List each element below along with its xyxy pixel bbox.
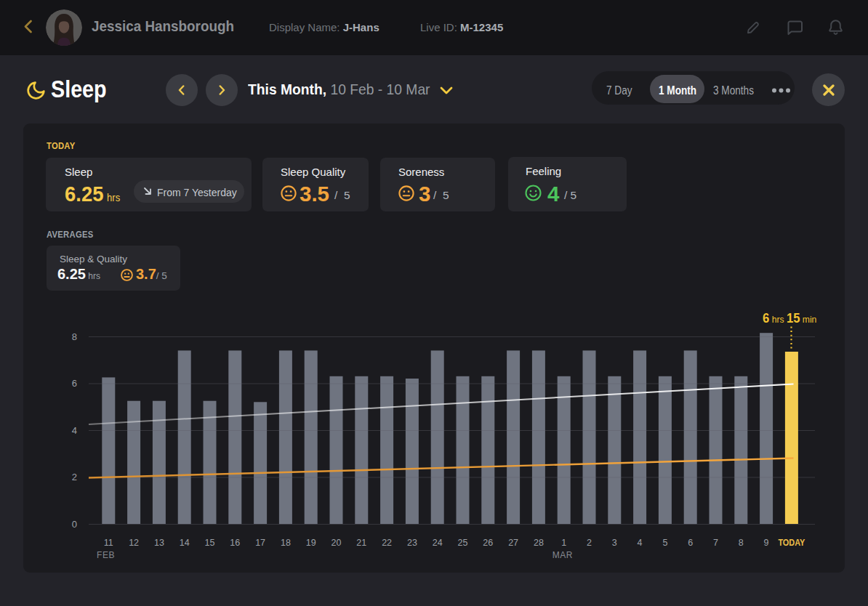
svg-text:4: 4 (72, 425, 77, 436)
svg-text:8: 8 (72, 331, 77, 342)
svg-text:23: 23 (407, 538, 417, 548)
svg-text:19: 19 (306, 538, 316, 548)
svg-text:5: 5 (662, 538, 667, 548)
svg-text:26: 26 (483, 538, 493, 548)
svg-text:22: 22 (382, 538, 392, 548)
svg-text:2: 2 (587, 538, 592, 548)
svg-text:6: 6 (688, 538, 693, 548)
svg-text:4: 4 (638, 538, 643, 548)
svg-text:16: 16 (230, 538, 240, 548)
svg-text:25: 25 (458, 538, 468, 548)
svg-text:1: 1 (561, 538, 566, 548)
svg-text:8: 8 (739, 538, 744, 548)
svg-text:3: 3 (612, 538, 617, 548)
svg-text:21: 21 (356, 538, 366, 548)
svg-text:18: 18 (281, 538, 291, 548)
svg-text:0: 0 (72, 519, 77, 530)
svg-text:27: 27 (508, 538, 518, 548)
svg-text:6: 6 (72, 378, 77, 389)
svg-text:MAR: MAR (552, 550, 573, 560)
svg-text:11: 11 (104, 538, 113, 548)
svg-text:2: 2 (72, 472, 77, 482)
svg-text:7: 7 (713, 538, 718, 548)
svg-text:24: 24 (433, 538, 443, 548)
svg-text:12: 12 (129, 538, 139, 548)
svg-text:17: 17 (255, 538, 265, 548)
svg-text:15: 15 (205, 538, 215, 548)
svg-text:9: 9 (764, 538, 769, 548)
svg-text:TODAY: TODAY (778, 537, 805, 548)
svg-text:FEB: FEB (97, 550, 115, 560)
svg-text:14: 14 (180, 538, 190, 548)
svg-text:28: 28 (534, 538, 544, 548)
svg-text:13: 13 (154, 538, 164, 548)
svg-text:20: 20 (331, 538, 342, 548)
